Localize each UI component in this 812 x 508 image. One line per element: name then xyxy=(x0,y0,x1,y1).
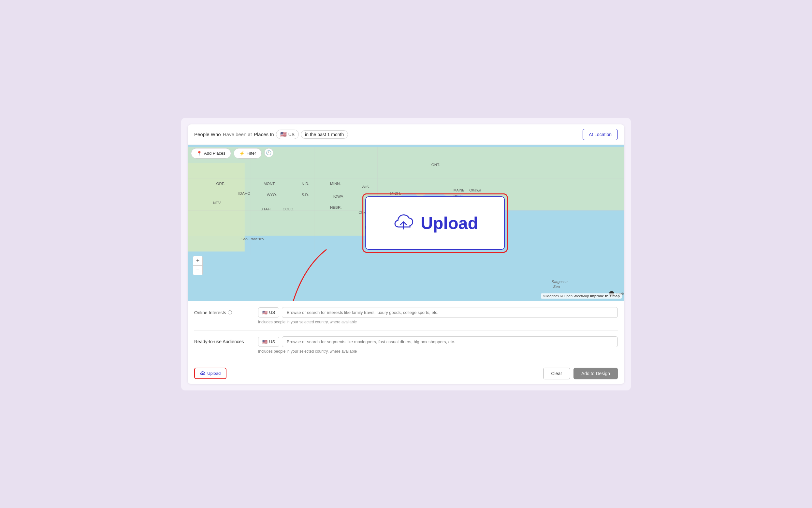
filter-icon: ⚡ xyxy=(239,151,245,156)
ready-audiences-country-code: US xyxy=(269,339,275,344)
svg-text:Sargasso: Sargasso xyxy=(552,280,568,284)
upload-small-icon xyxy=(200,371,205,376)
svg-text:UTAH: UTAH xyxy=(260,207,271,211)
ready-audiences-note: Includes people in your selected country… xyxy=(258,349,357,354)
map-toolbar: 📍 Add Places ⚡ Filter 🕐 xyxy=(191,148,273,159)
svg-text:N.D.: N.D. xyxy=(302,181,309,185)
svg-text:IOWA: IOWA xyxy=(333,194,343,198)
svg-rect-9 xyxy=(378,245,504,299)
main-card: People Who Have been at Places In 🇺🇸 US … xyxy=(188,124,624,384)
svg-text:COLO.: COLO. xyxy=(283,207,294,211)
svg-text:S.D.: S.D. xyxy=(302,193,309,197)
upload-red-border: Upload xyxy=(362,194,508,253)
online-interests-note: Includes people in your selected country… xyxy=(258,320,357,324)
map-area: ORE. NEV. IDAHO MONT. WYO. UTAH COLO. N.… xyxy=(188,145,624,301)
time-period-label: in the past 1 month xyxy=(305,132,344,137)
svg-rect-10 xyxy=(504,210,624,299)
ready-audiences-input[interactable] xyxy=(282,336,618,347)
improve-map-link[interactable]: Improve this map xyxy=(590,294,620,298)
ready-audiences-flag: 🇺🇸 xyxy=(262,339,268,344)
online-interests-country-code: US xyxy=(269,310,275,315)
filter-button[interactable]: ⚡ Filter xyxy=(234,148,262,159)
svg-text:ORE.: ORE. xyxy=(216,181,225,185)
people-who-label: People Who xyxy=(194,132,221,137)
online-interests-controls: 🇺🇸 US Includes people in your selected c… xyxy=(258,307,618,324)
svg-text:MAINE: MAINE xyxy=(454,188,465,192)
svg-text:MINN.: MINN. xyxy=(330,181,341,185)
outer-container: People Who Have been at Places In 🇺🇸 US … xyxy=(181,118,631,390)
online-interests-input[interactable] xyxy=(282,307,618,318)
svg-text:IDAHO: IDAHO xyxy=(238,191,250,195)
svg-text:NEV.: NEV. xyxy=(213,200,221,205)
svg-text:ONT.: ONT. xyxy=(432,163,440,167)
upload-footer-label: Upload xyxy=(207,371,220,376)
ready-audiences-controls: 🇺🇸 US Includes people in your selected c… xyxy=(258,336,618,354)
mapbox-credit: © Mapbox © OpenStreetMap xyxy=(543,294,589,298)
svg-text:WYO.: WYO. xyxy=(267,193,277,197)
have-been-at-label: Have been at xyxy=(223,132,252,137)
online-interests-text: Online Interests xyxy=(194,310,226,315)
country-code: US xyxy=(288,132,294,137)
add-to-design-button[interactable]: Add to Design xyxy=(573,368,618,379)
ready-audiences-input-row: 🇺🇸 US xyxy=(258,336,618,347)
upload-label: Upload xyxy=(421,213,478,233)
places-in-label: Places In xyxy=(254,132,274,137)
footer-right: Clear Add to Design xyxy=(543,368,618,379)
at-location-button[interactable]: At Location xyxy=(582,129,618,140)
ready-audiences-section: Ready-to-use Audiences 🇺🇸 US Includes pe… xyxy=(194,331,618,359)
time-period-selector[interactable]: in the past 1 month xyxy=(301,130,348,139)
zoom-controls: + − xyxy=(193,256,203,275)
add-places-button[interactable]: 📍 Add Places xyxy=(191,148,231,159)
svg-text:MONT.: MONT. xyxy=(263,181,275,185)
online-interests-label: Online Interests ⓘ xyxy=(194,307,253,315)
online-interests-input-row: 🇺🇸 US xyxy=(258,307,618,318)
svg-text:Sea: Sea xyxy=(553,284,560,289)
svg-text:San Francisco: San Francisco xyxy=(241,237,263,241)
ready-audiences-text: Ready-to-use Audiences xyxy=(194,339,244,344)
online-interests-flag: 🇺🇸 xyxy=(262,310,268,315)
us-flag-icon: 🇺🇸 xyxy=(280,131,287,137)
svg-rect-8 xyxy=(188,163,245,251)
online-interests-country[interactable]: 🇺🇸 US xyxy=(258,307,279,318)
upload-inner-box[interactable]: Upload xyxy=(365,196,505,250)
clock-icon: 🕐 xyxy=(266,150,272,155)
filter-label: Filter xyxy=(247,151,256,156)
ready-audiences-country[interactable]: 🇺🇸 US xyxy=(258,337,279,347)
online-interests-help-icon[interactable]: ⓘ xyxy=(228,310,232,315)
add-places-label: Add Places xyxy=(204,151,226,156)
online-interests-section: Online Interests ⓘ 🇺🇸 US Includes people… xyxy=(194,301,618,331)
upload-button[interactable]: Upload xyxy=(194,368,227,379)
upload-cloud-icon xyxy=(392,213,415,233)
zoom-in-button[interactable]: + xyxy=(193,256,202,265)
svg-text:NEBR.: NEBR. xyxy=(330,205,342,209)
footer-bar: Upload Clear Add to Design xyxy=(188,363,624,384)
upload-overlay-container: Upload xyxy=(362,194,508,253)
clock-button[interactable]: 🕐 xyxy=(264,148,273,157)
location-pin-icon: 📍 xyxy=(197,151,202,156)
svg-text:WIS.: WIS. xyxy=(362,185,370,189)
bottom-sections: Online Interests ⓘ 🇺🇸 US Includes people… xyxy=(188,301,624,363)
zoom-out-button[interactable]: − xyxy=(193,266,202,275)
country-selector[interactable]: 🇺🇸 US xyxy=(276,130,299,139)
map-credit: © Mapbox © OpenStreetMap Improve this ma… xyxy=(541,293,622,299)
svg-text:Ottawa: Ottawa xyxy=(469,187,481,192)
clear-button[interactable]: Clear xyxy=(543,368,570,379)
ready-audiences-label: Ready-to-use Audiences xyxy=(194,336,253,344)
header-bar: People Who Have been at Places In 🇺🇸 US … xyxy=(188,124,624,145)
